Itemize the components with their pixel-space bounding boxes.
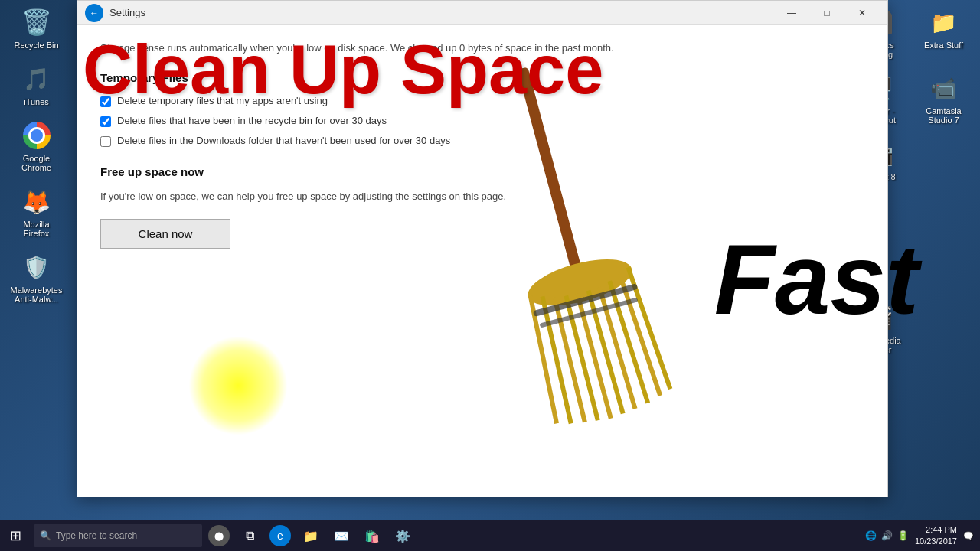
minimize-icon: — xyxy=(787,8,796,18)
search-icon: 🔍 xyxy=(40,530,51,541)
desktop-icon-firefox[interactable]: 🦊 Mozilla Firefox xyxy=(8,183,65,241)
recycle-bin-label: Recycle Bin xyxy=(14,41,58,50)
itunes-icon: 🎵 xyxy=(21,64,52,94)
minimize-button[interactable]: — xyxy=(774,1,809,25)
taskbar-date-display: 10/23/2017 xyxy=(915,536,957,547)
desktop-icon-extra-stuff[interactable]: 📁 Extra Stuff xyxy=(915,4,972,62)
close-icon: ✕ xyxy=(858,8,866,18)
desktop-icon-camtasia[interactable]: 📹 Camtasia Studio 7 xyxy=(915,70,972,128)
window-back-button[interactable]: ← xyxy=(85,4,103,22)
network-icon: 🌐 xyxy=(865,530,877,541)
taskbar-clock[interactable]: 2:44 PM 10/23/2017 xyxy=(915,524,957,548)
chrome-label: Google Chrome xyxy=(11,154,62,172)
close-button[interactable]: ✕ xyxy=(844,1,880,25)
taskbar-mail-icon[interactable]: ✉️ xyxy=(331,525,352,546)
back-arrow-icon: ← xyxy=(90,8,99,18)
firefox-icon: 🦊 xyxy=(21,186,52,217)
checkbox-delete-recycle-input[interactable] xyxy=(100,116,111,127)
window-controls: — □ ✕ xyxy=(774,1,880,25)
start-icon: ⊞ xyxy=(10,527,21,544)
extra-stuff-label: Extra Stuff xyxy=(924,41,963,50)
taskbar-system-tray: 🌐 🔊 🔋 2:44 PM 10/23/2017 🗨️ xyxy=(865,524,980,548)
volume-icon: 🔊 xyxy=(881,530,893,541)
taskbar-running-apps: ⬤ ⧉ e 📁 ✉️ 🛍️ ⚙️ xyxy=(208,525,413,546)
start-button[interactable]: ⊞ xyxy=(0,520,31,551)
taskbar-time-display: 2:44 PM xyxy=(915,524,957,536)
taskbar-task-view-icon[interactable]: ⧉ xyxy=(239,525,260,546)
taskbar-cortana-icon[interactable]: ⬤ xyxy=(208,525,230,546)
recycle-bin-icon: 🗑️ xyxy=(21,7,52,37)
system-tray-icons: 🌐 🔊 🔋 xyxy=(865,530,909,541)
overlay-main-title: Clean Up Space xyxy=(83,31,603,109)
extra-stuff-icon: 📁 xyxy=(929,7,959,37)
battery-icon: 🔋 xyxy=(897,530,909,541)
maximize-button[interactable]: □ xyxy=(809,1,844,25)
taskbar-edge-icon[interactable]: e xyxy=(270,525,291,546)
taskbar: ⊞ 🔍 Type here to search ⬤ ⧉ e 📁 ✉️ 🛍️ ⚙️… xyxy=(0,520,980,551)
taskbar-explorer-icon[interactable]: 📁 xyxy=(300,525,322,546)
checkbox-delete-recycle-label: Delete files that have been in the recyc… xyxy=(117,115,387,126)
taskbar-store-icon[interactable]: 🛍️ xyxy=(361,525,383,546)
desktop-icon-itunes[interactable]: 🎵 iTunes xyxy=(8,60,65,109)
camtasia-icon: 📹 xyxy=(929,73,959,103)
desktop-icons-left: 🗑️ Recycle Bin 🎵 iTunes Google Chrome 🦊 … xyxy=(8,4,65,307)
itunes-label: iTunes xyxy=(24,97,49,106)
desktop-icon-recycle-bin[interactable]: 🗑️ Recycle Bin xyxy=(8,4,65,53)
notification-icon[interactable]: 🗨️ xyxy=(963,531,974,541)
checkbox-delete-downloads-label: Delete files in the Downloads folder tha… xyxy=(117,135,450,146)
malwarebytes-label: Malwarebytes Anti-Malw... xyxy=(11,285,63,304)
maximize-icon: □ xyxy=(824,8,829,18)
chrome-icon xyxy=(21,120,52,151)
desktop-icon-malwarebytes[interactable]: 🛡️ Malwarebytes Anti-Malw... xyxy=(8,249,65,307)
taskbar-settings-icon[interactable]: ⚙️ xyxy=(392,525,413,546)
window-titlebar: ← Settings — □ ✕ xyxy=(77,1,887,25)
firefox-label: Mozilla Firefox xyxy=(11,220,62,238)
desktop-icon-chrome[interactable]: Google Chrome xyxy=(8,117,65,175)
camtasia-label: Camtasia Studio 7 xyxy=(918,106,969,125)
checkbox-delete-downloads-input[interactable] xyxy=(100,136,111,147)
desktop: 🗑️ Recycle Bin 🎵 iTunes Google Chrome 🦊 … xyxy=(0,0,980,551)
overlay-fast-text: Fast xyxy=(714,222,919,337)
malwarebytes-icon: 🛡️ xyxy=(21,252,52,282)
window-title: Settings xyxy=(109,7,145,18)
search-placeholder: Type here to search xyxy=(56,530,137,541)
taskbar-search-bar[interactable]: 🔍 Type here to search xyxy=(34,524,202,547)
clean-now-button[interactable]: Clean now xyxy=(100,219,230,249)
svg-line-11 xyxy=(628,265,670,391)
